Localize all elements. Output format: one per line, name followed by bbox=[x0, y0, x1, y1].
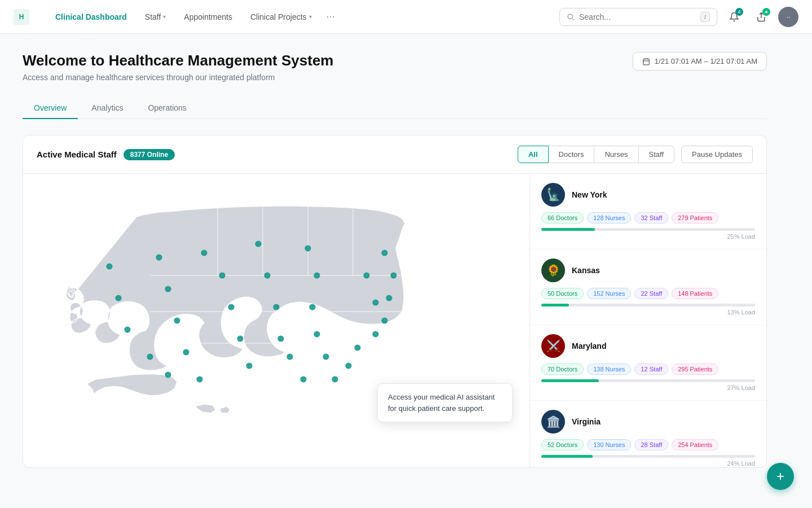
fab-button[interactable]: + bbox=[767, 463, 794, 486]
tab-operations[interactable]: Operations bbox=[136, 98, 197, 119]
doctors-badge: 50 Doctors bbox=[541, 288, 584, 299]
state-header: 🗽 New York bbox=[541, 183, 755, 207]
svg-point-21 bbox=[147, 353, 153, 360]
ai-tooltip: Access your medical AI assistant for qui… bbox=[377, 383, 513, 422]
nurses-badge: 130 Nurses bbox=[587, 439, 631, 450]
svg-point-26 bbox=[228, 304, 234, 310]
navbar-right: / 4 ● ·· bbox=[559, 7, 798, 27]
svg-point-20 bbox=[183, 349, 189, 355]
state-flag: 🗽 bbox=[541, 183, 565, 207]
page-title: Welcome to Healthcare Management System bbox=[23, 52, 333, 69]
load-progress-bar bbox=[541, 304, 755, 306]
svg-point-14 bbox=[106, 263, 112, 269]
svg-point-0 bbox=[568, 14, 572, 19]
state-item[interactable]: 🏛️ Virginia 52 Doctors 130 Nurses 28 Sta… bbox=[530, 401, 766, 467]
svg-point-36 bbox=[314, 272, 320, 278]
search-input[interactable] bbox=[579, 12, 696, 21]
export-badge: ● bbox=[762, 8, 770, 16]
filter-staff[interactable]: Staff bbox=[638, 146, 675, 163]
export-button[interactable]: ● bbox=[751, 7, 771, 27]
state-name: Virginia bbox=[572, 417, 601, 426]
notifications-button[interactable]: 4 bbox=[724, 7, 744, 27]
nav-appointments[interactable]: Appointments bbox=[176, 8, 240, 26]
doctors-badge: 70 Doctors bbox=[541, 364, 584, 375]
load-progress-fill bbox=[541, 228, 595, 231]
state-flag: 🌻 bbox=[541, 259, 565, 282]
tab-analytics[interactable]: Analytics bbox=[80, 98, 134, 119]
map-area: Access your medical AI assistant for qui… bbox=[23, 174, 529, 467]
more-menu-button[interactable]: ··· bbox=[322, 6, 339, 27]
nav-links: Clinical Dashboard Staff ▾ Appointments … bbox=[47, 6, 559, 27]
state-badges: 52 Doctors 130 Nurses 28 Staff 254 Patie… bbox=[541, 439, 755, 450]
state-header: 🏛️ Virginia bbox=[541, 410, 755, 433]
svg-point-35 bbox=[304, 245, 311, 251]
svg-point-18 bbox=[165, 286, 171, 292]
load-progress-bar bbox=[541, 379, 755, 382]
card-controls: All Doctors Nurses Staff Pause Updates bbox=[518, 146, 753, 163]
svg-point-37 bbox=[309, 304, 315, 310]
state-header: 🌻 Kansas bbox=[541, 259, 755, 282]
svg-point-49 bbox=[386, 295, 392, 301]
svg-point-38 bbox=[314, 331, 320, 337]
nav-clinical-projects[interactable]: Clinical Projects ▾ bbox=[242, 8, 320, 26]
svg-point-25 bbox=[219, 272, 225, 278]
svg-point-17 bbox=[156, 254, 162, 260]
page-subtitle: Access and manage healthcare services th… bbox=[23, 73, 333, 82]
state-badges: 50 Doctors 152 Nurses 22 Staff 148 Patie… bbox=[541, 288, 755, 299]
state-item[interactable]: 🌻 Kansas 50 Doctors 152 Nurses 22 Staff … bbox=[530, 249, 766, 325]
calendar-icon bbox=[642, 58, 650, 65]
doctors-badge: 66 Doctors bbox=[541, 212, 584, 224]
chevron-down-icon: ▾ bbox=[309, 14, 312, 20]
user-avatar[interactable]: ·· bbox=[778, 7, 798, 27]
state-flag: 🏛️ bbox=[541, 410, 565, 433]
load-progress-fill bbox=[541, 304, 569, 306]
nav-clinical-dashboard[interactable]: Clinical Dashboard bbox=[47, 8, 135, 26]
svg-point-48 bbox=[390, 272, 396, 278]
filter-nurses[interactable]: Nurses bbox=[594, 146, 638, 163]
state-load-label: 13% Load bbox=[541, 309, 755, 316]
page-header: Welcome to Healthcare Management System … bbox=[23, 52, 767, 82]
state-name: New York bbox=[572, 190, 607, 199]
svg-point-22 bbox=[165, 371, 171, 378]
svg-point-43 bbox=[363, 272, 369, 278]
svg-point-33 bbox=[286, 353, 293, 360]
filter-all[interactable]: All bbox=[518, 146, 549, 163]
staff-badge: 22 Staff bbox=[634, 288, 668, 299]
online-badge: 8377 Online bbox=[123, 149, 175, 160]
date-range-button[interactable]: 1/21 07:01 AM – 1/21 07:01 AM bbox=[633, 52, 767, 71]
svg-point-41 bbox=[345, 362, 351, 369]
svg-point-24 bbox=[201, 249, 207, 256]
patients-badge: 279 Patients bbox=[672, 212, 718, 224]
card-header: Active Medical Staff 8377 Online All Doc… bbox=[23, 135, 766, 174]
brand[interactable]: H bbox=[14, 9, 29, 25]
load-progress-bar bbox=[541, 455, 755, 458]
svg-point-27 bbox=[237, 335, 243, 341]
state-load-label: 27% Load bbox=[541, 384, 755, 391]
doctors-badge: 52 Doctors bbox=[541, 439, 584, 450]
filter-doctors[interactable]: Doctors bbox=[548, 146, 595, 163]
svg-point-40 bbox=[332, 376, 338, 382]
state-header: ⚔️ Maryland bbox=[541, 334, 755, 358]
state-load-label: 25% Load bbox=[541, 233, 755, 240]
svg-point-45 bbox=[381, 317, 387, 323]
active-staff-card: Active Medical Staff 8377 Online All Doc… bbox=[23, 135, 767, 468]
staff-badge: 32 Staff bbox=[634, 212, 668, 224]
svg-rect-2 bbox=[643, 59, 650, 65]
state-flag: ⚔️ bbox=[541, 334, 565, 358]
state-item[interactable]: ⚔️ Maryland 70 Doctors 138 Nurses 12 Sta… bbox=[530, 325, 766, 401]
nav-staff[interactable]: Staff ▾ bbox=[137, 8, 174, 26]
nurses-badge: 128 Nurses bbox=[587, 212, 631, 224]
load-progress-fill bbox=[541, 379, 599, 382]
svg-point-30 bbox=[264, 272, 270, 278]
tab-overview[interactable]: Overview bbox=[23, 98, 78, 119]
pause-updates-button[interactable]: Pause Updates bbox=[681, 146, 753, 163]
patients-badge: 148 Patients bbox=[672, 288, 718, 299]
state-item[interactable]: 🗽 New York 66 Doctors 128 Nurses 32 Staf… bbox=[530, 174, 766, 249]
state-name: Kansas bbox=[572, 266, 600, 275]
nurses-badge: 152 Nurses bbox=[587, 288, 631, 299]
svg-point-19 bbox=[174, 317, 180, 323]
staff-badge: 28 Staff bbox=[634, 439, 668, 450]
page-header-text: Welcome to Healthcare Management System … bbox=[23, 52, 333, 82]
state-list: 🗽 New York 66 Doctors 128 Nurses 32 Staf… bbox=[529, 174, 766, 467]
date-range-label: 1/21 07:01 AM – 1/21 07:01 AM bbox=[655, 57, 757, 65]
